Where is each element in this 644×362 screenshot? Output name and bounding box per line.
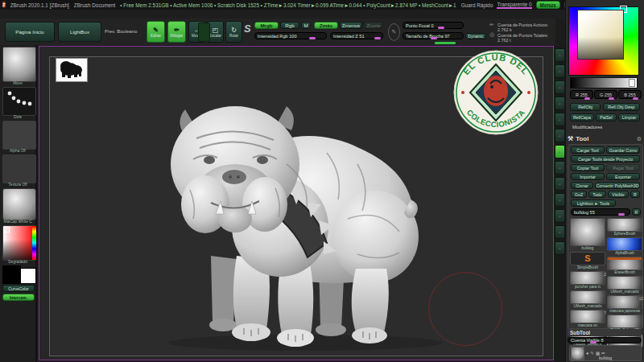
material-thumbnail[interactable]	[2, 188, 36, 220]
tool-button[interactable]: Guardar Como	[606, 146, 640, 154]
tool-button[interactable]: Copiar Tool	[571, 164, 605, 171]
tool-button[interactable]: Importar	[571, 173, 605, 180]
subtool-row[interactable]: ● ✎ ▦ ✏ bulldog	[569, 345, 642, 361]
rgb-intensity-slider[interactable]: Intensidad Rgb 100	[254, 32, 327, 39]
zcut-button[interactable]: Zcorte	[364, 22, 383, 29]
main-color-swatch[interactable]	[2, 265, 21, 284]
tool-thumbnail[interactable]: 2 puncher para in	[570, 271, 605, 290]
tool-button[interactable]: Clonar	[571, 182, 593, 189]
tool-thumbnail[interactable]: bulldog	[570, 218, 605, 251]
memory-stats: • Free Mem 2.531GB • Active Mem 1006 • S…	[120, 2, 456, 8]
right-shelf-floor[interactable]: ▫	[555, 145, 565, 158]
tool-button[interactable]: Pegar Tool	[606, 164, 640, 171]
fill-object-button[interactable]: RellObj	[570, 103, 601, 111]
tool-item-slider[interactable]: bulldog 55	[571, 208, 630, 216]
gear-icon[interactable]: ⚙	[637, 136, 642, 142]
right-shelf-zoom[interactable]: ▫	[555, 80, 565, 94]
transparent-slider[interactable]: Transparente 0	[497, 2, 531, 9]
pen-icon: ✏	[489, 22, 494, 28]
edit-button[interactable]: ✎ Editar	[147, 21, 165, 43]
right-shelf-aa-half[interactable]: ▫	[555, 113, 565, 126]
mrgb-button[interactable]: Mrgb	[254, 22, 279, 29]
tool-button[interactable]: Lightbox ► Tools	[571, 200, 616, 207]
shelf-glyph: ▫	[559, 101, 561, 106]
texture-thumbnail[interactable]	[2, 154, 36, 183]
value-slider[interactable]	[570, 77, 638, 88]
right-shelf-persp[interactable]: ▫	[555, 129, 565, 142]
clear-button[interactable]: Limpiar	[618, 113, 640, 121]
brush-cursor-circle	[428, 272, 502, 346]
z-intensity-slider[interactable]: Intensidad Z 51	[330, 32, 383, 39]
red-slider[interactable]: R 255	[570, 90, 593, 99]
pal-sel-button[interactable]: PalSel	[596, 113, 617, 121]
tool-thumbnail[interactable]: EraserBrush	[607, 257, 642, 275]
rgb-button[interactable]: Rgb	[280, 22, 299, 29]
right-shelf-rotate[interactable]: ▫	[555, 241, 565, 255]
m-button[interactable]: M	[301, 22, 311, 29]
blue-slider[interactable]: B 255	[618, 90, 642, 99]
focal-shift-slider[interactable]: Punto Focal 0	[402, 22, 464, 29]
fill-layer-button[interactable]: RellCapa	[570, 113, 594, 121]
color-picker-small[interactable]	[2, 225, 36, 261]
document-canvas[interactable]: EL CLUB DEL COLECCIONISTA	[39, 46, 554, 360]
tool-button[interactable]: Convertir PolyMesh3D	[595, 182, 640, 189]
tool-header-label: Tool	[576, 135, 588, 142]
tool-button[interactable]: Visible	[608, 191, 629, 198]
menus-toggle-button[interactable]: Menús	[536, 1, 560, 9]
tool-button[interactable]: Cargar Tools desde Proyecto	[571, 155, 640, 162]
tool-thumbnail-image	[607, 315, 642, 328]
sv-picker[interactable]	[577, 10, 624, 60]
rotate-gyro-button[interactable]: ↻ Rotar	[225, 21, 242, 43]
highlight-bar	[435, 42, 456, 44]
stroke-preview-icon[interactable]: ✎	[388, 23, 400, 41]
current-brush-thumbnail[interactable]	[2, 47, 36, 82]
right-shelf-local[interactable]: ▫	[555, 161, 565, 175]
bulldog-model[interactable]	[116, 69, 462, 359]
tool-button[interactable]: Cargar Tool	[571, 146, 605, 154]
switch-color-button[interactable]: CurveColor	[2, 285, 35, 292]
shelf-glyph: ▫	[559, 134, 561, 138]
zsub-button[interactable]: Zmenos	[340, 22, 362, 29]
sculptris-pro-button[interactable]: S	[244, 23, 251, 35]
draw-size-slider[interactable]: Tamaño de Brocha 97	[402, 32, 464, 39]
subtool-visible-count-slider[interactable]: Cuenta Visible 8	[568, 337, 642, 343]
texture-label: Textura Off	[0, 183, 35, 187]
preview-boolean-label[interactable]: Prev. Booleano	[105, 29, 138, 34]
right-shelf-bpr[interactable]: ▫	[555, 48, 565, 62]
tool-palette-header[interactable]: ⚒ Tool ⚙	[568, 134, 642, 143]
tool-item-r-button[interactable]: R	[632, 208, 641, 216]
dynamic-button[interactable]: Dynamic	[465, 33, 486, 39]
tool-button[interactable]: Exportar	[606, 173, 640, 180]
color-swatch[interactable]	[198, 23, 210, 42]
home-page-button[interactable]: Página Inicio	[5, 22, 55, 42]
quick-save-button[interactable]: Guard Rápido	[461, 2, 493, 8]
tool-button[interactable]: R	[630, 191, 640, 198]
right-shelf-move[interactable]: ▫	[555, 209, 565, 223]
zadd-button[interactable]: Zmás	[314, 22, 338, 29]
alpha-thumbnail[interactable]	[2, 121, 36, 150]
right-shelf-actual[interactable]: ▫	[555, 97, 565, 110]
tool-thumbnail[interactable]: UMesh_marcado	[570, 290, 605, 309]
right-shelf-lsym[interactable]: ▫	[555, 177, 565, 191]
tool-thumbnail[interactable]: 12 mascara japonesa	[607, 295, 642, 314]
right-shelf-frame[interactable]: ▫	[555, 193, 565, 207]
tool-button[interactable]: Todo	[588, 191, 606, 198]
swap-color-button[interactable]: Intercam.	[2, 294, 35, 301]
lightbox-button[interactable]: LightBox	[58, 22, 101, 42]
stroke-thumbnail[interactable]	[2, 87, 36, 116]
green-slider[interactable]: G 255	[594, 90, 617, 99]
tool-thumbnail[interactable]: SphereBrush	[607, 218, 642, 237]
tool-thumbnail[interactable]: AlphaBrush	[607, 237, 642, 256]
subtool-header[interactable]: SubTool	[568, 329, 642, 336]
right-shelf-scale[interactable]: ▫	[555, 225, 565, 239]
tool-thumbnail[interactable]: UMesh_marcado	[607, 276, 642, 294]
fill-object-deep-button[interactable]: Rell.Obj Desp	[603, 103, 640, 111]
wrench-icon: ⚒	[568, 135, 573, 142]
tool-thumbnail[interactable]: SimpleBrush	[570, 252, 605, 270]
tool-thumbnail[interactable]: 7 mascara on	[570, 310, 605, 328]
draw-button[interactable]: ✏ Dibujar	[167, 21, 186, 43]
secondary-color-swatch[interactable]	[20, 268, 36, 284]
right-shelf-scroll[interactable]: ▫	[555, 64, 565, 78]
left-tray: Move Dots Alpha Off Textura Off MatCap W…	[0, 45, 37, 362]
tool-button[interactable]: GoZ	[571, 191, 587, 198]
